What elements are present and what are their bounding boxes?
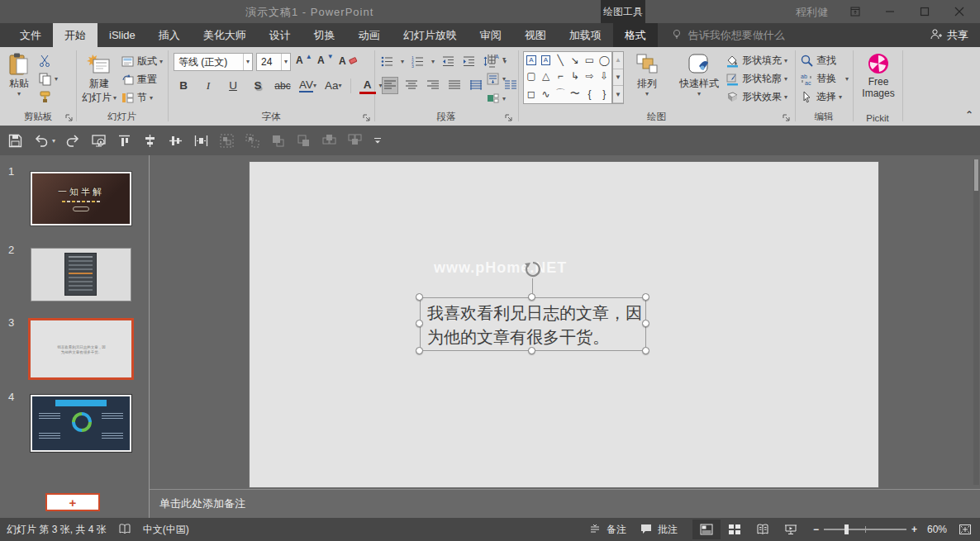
free-images-button[interactable]: Free Images xyxy=(858,51,899,99)
convert-smartart-button[interactable]: ▾ xyxy=(486,92,506,106)
font-size-combo[interactable]: 24▾ xyxy=(256,53,291,71)
start-from-current-slide-icon[interactable] xyxy=(91,133,107,149)
customize-qat-icon[interactable] xyxy=(373,133,383,149)
resize-handle-ne[interactable] xyxy=(642,293,649,301)
align-center-horizontal-icon[interactable] xyxy=(142,133,158,149)
text-shadow-button[interactable]: S xyxy=(250,77,266,94)
tab-home[interactable]: 开始 xyxy=(53,23,98,47)
normal-view-button[interactable] xyxy=(692,520,721,539)
rotation-handle-icon[interactable] xyxy=(523,259,543,279)
arrange-button[interactable]: 排列▾ xyxy=(635,52,659,97)
zoom-out-button[interactable]: − xyxy=(813,524,819,535)
distribute-horizontal-icon[interactable] xyxy=(193,133,209,149)
slide-thumbnail-2[interactable] xyxy=(31,248,131,301)
text-direction-button[interactable]: A▾ xyxy=(486,52,506,66)
shape-oval-icon[interactable]: ◯ xyxy=(597,52,611,69)
tab-design[interactable]: 设计 xyxy=(258,23,302,47)
shape-left-brace-icon[interactable]: { xyxy=(583,84,597,103)
resize-handle-n[interactable] xyxy=(528,293,535,301)
resize-handle-nw[interactable] xyxy=(416,293,423,301)
notes-pane[interactable]: 单击此处添加备注 xyxy=(150,489,980,518)
find-button[interactable]: 查找 xyxy=(800,54,836,68)
slide-thumbnail-4[interactable] xyxy=(31,395,131,452)
shape-curve-icon[interactable]: 〜 xyxy=(568,84,583,103)
tab-format[interactable]: 格式 xyxy=(613,23,658,47)
copy-icon[interactable] xyxy=(38,72,52,86)
grow-font-button[interactable]: A▲ xyxy=(296,55,312,66)
notes-toggle[interactable]: 备注 xyxy=(588,523,626,537)
shape-fill-button[interactable]: 形状填充▾ xyxy=(725,54,787,68)
ungroup-objects-icon[interactable] xyxy=(245,133,260,149)
tab-file[interactable]: 文件 xyxy=(8,23,53,47)
slide-thumbnail-1[interactable]: 一知半解 xyxy=(31,172,131,225)
canvas-scrollbar[interactable] xyxy=(973,159,979,485)
shape-rounded-rect-icon[interactable]: ▢ xyxy=(524,69,539,85)
cut-icon[interactable] xyxy=(38,54,52,68)
add-slide-button[interactable]: + xyxy=(45,493,100,511)
shrink-font-button[interactable]: A▼ xyxy=(317,55,334,66)
minimize-icon[interactable] xyxy=(873,0,907,23)
text-box-content[interactable]: 我喜欢看利兄日志的文章，因 为他的文章有很多干货。 xyxy=(427,301,642,349)
slide-thumbnail-3-selected[interactable]: 我喜欢看利兄日志的文章，因 为他的文章有很多干货。 xyxy=(28,318,134,380)
tab-meihua-dashi[interactable]: 美化大师 xyxy=(192,23,258,47)
resize-handle-sw[interactable] xyxy=(416,347,423,354)
decrease-indent-icon[interactable] xyxy=(441,55,455,69)
zoom-slider-thumb[interactable] xyxy=(844,524,849,534)
section-button[interactable]: 节▾ xyxy=(121,91,153,105)
tab-review[interactable]: 审阅 xyxy=(469,23,513,47)
resize-handle-w[interactable] xyxy=(416,320,423,327)
shape-arrow-icon[interactable]: ↘ xyxy=(568,52,583,69)
shape-line-icon[interactable]: ╲ xyxy=(553,52,568,69)
current-slide[interactable]: www.pHome.NET 我喜欢看利兄日志的文章，因 为他的文章有很多干货。 xyxy=(250,162,878,487)
bullets-icon[interactable] xyxy=(380,55,394,69)
share-button[interactable]: 共享 xyxy=(930,23,968,47)
shape-textbox-icon[interactable]: A xyxy=(524,52,539,69)
tab-animations[interactable]: 动画 xyxy=(347,23,392,47)
collapse-ribbon-icon[interactable]: ⌃ xyxy=(965,109,973,121)
bold-button[interactable]: B xyxy=(175,77,192,94)
zoom-slider[interactable] xyxy=(824,529,906,530)
justify-button[interactable] xyxy=(446,77,463,94)
paste-button[interactable]: 粘贴 ▾ xyxy=(7,52,31,97)
resize-handle-s[interactable] xyxy=(528,347,535,354)
increase-indent-icon[interactable] xyxy=(462,55,476,69)
shape-elbow-icon[interactable]: ⌐ xyxy=(553,69,568,85)
ribbon-display-options-icon[interactable] xyxy=(838,0,873,23)
selected-text-box[interactable]: 我喜欢看利兄日志的文章，因 为他的文章有很多干货。 xyxy=(420,297,646,351)
align-middle-icon[interactable] xyxy=(168,133,183,149)
fit-to-window-icon[interactable] xyxy=(959,523,972,536)
distribute-button[interactable] xyxy=(468,77,484,94)
zoom-level[interactable]: 60% xyxy=(927,524,955,535)
slideshow-view-button[interactable] xyxy=(777,520,805,539)
redo-icon[interactable] xyxy=(65,133,81,149)
change-case-button[interactable]: Aa▾ xyxy=(325,77,342,94)
shape-triangle-icon[interactable]: △ xyxy=(539,69,554,85)
tab-view[interactable]: 视图 xyxy=(513,23,558,47)
font-dialog-launcher[interactable] xyxy=(362,113,371,122)
tell-me-box[interactable]: 告诉我你想要做什么 xyxy=(671,23,785,47)
save-icon[interactable] xyxy=(7,133,23,149)
strikethrough-button[interactable]: abc xyxy=(274,77,291,94)
quick-styles-button[interactable]: 快速样式▾ xyxy=(679,52,719,97)
layout-button[interactable]: 版式▾ xyxy=(121,55,163,69)
tab-slideshow[interactable]: 幻灯片放映 xyxy=(392,23,469,47)
font-name-combo[interactable]: 等线 (正文)▾ xyxy=(174,53,253,71)
align-text-button[interactable]: ▾ xyxy=(486,72,506,86)
shape-rectangle-icon[interactable]: ▭ xyxy=(583,52,597,69)
shape-down-arrow-icon[interactable]: ⇩ xyxy=(597,69,611,85)
comments-toggle[interactable]: 批注 xyxy=(640,523,678,537)
bring-to-front-icon[interactable] xyxy=(321,133,337,149)
drawing-dialog-launcher[interactable] xyxy=(782,113,791,122)
italic-button[interactable]: I xyxy=(200,77,216,94)
group-objects-icon[interactable] xyxy=(219,133,235,149)
slide-sorter-view-button[interactable] xyxy=(721,520,749,539)
paragraph-dialog-launcher[interactable] xyxy=(504,113,513,122)
send-backward-icon[interactable] xyxy=(296,133,312,149)
zoom-in-button[interactable]: + xyxy=(911,524,917,535)
align-center-button[interactable] xyxy=(403,77,420,94)
send-to-back-icon[interactable] xyxy=(347,133,363,149)
close-icon[interactable] xyxy=(942,0,977,23)
tab-transitions[interactable]: 切换 xyxy=(302,23,347,47)
tab-insert[interactable]: 插入 xyxy=(147,23,192,47)
shape-outline-button[interactable]: 形状轮廓▾ xyxy=(725,72,787,86)
